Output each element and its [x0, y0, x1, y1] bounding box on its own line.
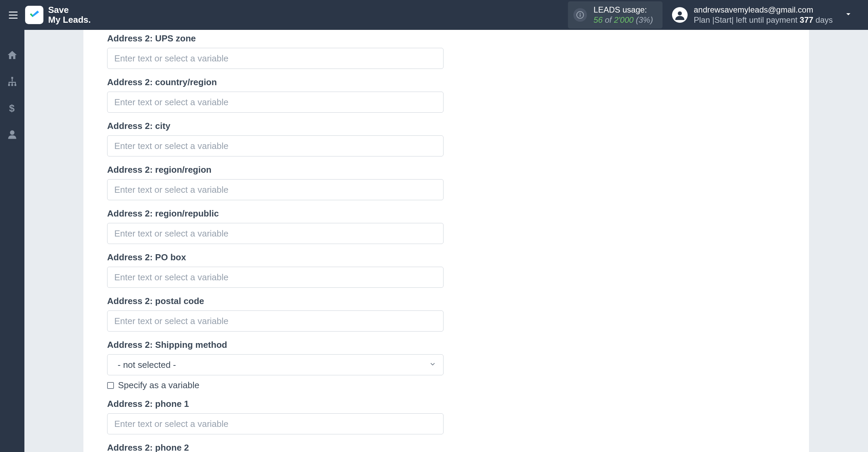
form-label: Address 2: region/region	[107, 165, 443, 175]
form-group: Address 2: postal code	[107, 296, 443, 332]
leads-usage-panel[interactable]: LEADS usage: 56 of 2'000 (3%)	[568, 1, 663, 29]
form-label: Address 2: Shipping method	[107, 340, 443, 350]
svg-rect-5	[11, 77, 13, 79]
sidebar-item-home[interactable]	[5, 48, 19, 62]
form-label: Address 2: region/republic	[107, 208, 443, 219]
specify-variable-checkbox[interactable]	[107, 382, 114, 389]
user-email: andrewsavemyleads@gmail.com	[694, 5, 833, 15]
form-group: Address 2: UPS zone	[107, 33, 443, 69]
form-input[interactable]	[107, 310, 443, 332]
form-group: Address 2: region/region	[107, 165, 443, 200]
svg-rect-8	[15, 84, 16, 86]
leads-usage-title: LEADS usage:	[594, 5, 653, 15]
form-input[interactable]	[107, 179, 443, 200]
top-bar: Save My Leads. LEADS usage: 56 of 2'000 …	[0, 0, 868, 30]
leads-usage-values: 56 of 2'000 (3%)	[594, 15, 653, 25]
logo[interactable]: Save My Leads.	[25, 5, 91, 24]
form-label: Address 2: postal code	[107, 296, 443, 306]
svg-text:$: $	[9, 102, 15, 113]
user-box[interactable]: andrewsavemyleads@gmail.com Plan |Start|…	[672, 5, 833, 25]
form-label: Address 2: PO box	[107, 252, 443, 263]
content-panel: Address 2: UPS zoneAddress 2: country/re…	[83, 30, 809, 452]
form-label: Address 2: city	[107, 121, 443, 131]
svg-point-4	[678, 12, 682, 16]
form-group: Address 2: city	[107, 121, 443, 156]
sidebar-item-account[interactable]	[5, 128, 19, 141]
sidebar: $	[0, 30, 24, 452]
checkbox-row: Specify as a variable	[107, 380, 443, 391]
form-input[interactable]	[107, 223, 443, 244]
form-input[interactable]	[107, 267, 443, 288]
sidebar-item-connections[interactable]	[5, 75, 19, 88]
form-label: Address 2: phone 2	[107, 442, 443, 452]
form-select[interactable]: - not selected -	[107, 354, 443, 375]
user-plan-line: Plan |Start| left until payment 377 days	[694, 15, 833, 25]
form-group: Address 2: phone 1	[107, 399, 443, 434]
form-input[interactable]	[107, 92, 443, 113]
logo-text: Save My Leads.	[48, 5, 91, 24]
select-value: - not selected -	[118, 360, 176, 370]
sidebar-item-billing[interactable]: $	[5, 101, 19, 115]
form-input[interactable]	[107, 48, 443, 69]
form-label: Address 2: country/region	[107, 77, 443, 88]
logo-icon	[25, 6, 43, 24]
form-label: Address 2: UPS zone	[107, 33, 443, 44]
form-group: Address 2: phone 2	[107, 442, 443, 452]
svg-rect-2	[579, 14, 580, 17]
checkbox-label: Specify as a variable	[118, 380, 199, 391]
svg-point-1	[579, 13, 580, 14]
svg-rect-6	[8, 84, 10, 86]
form-group: Address 2: region/republic	[107, 208, 443, 244]
svg-rect-7	[11, 84, 13, 86]
avatar-icon	[672, 7, 688, 23]
form-group: Address 2: PO box	[107, 252, 443, 288]
svg-point-10	[10, 130, 14, 135]
form-input[interactable]	[107, 135, 443, 156]
form-label: Address 2: phone 1	[107, 399, 443, 409]
chevron-down-icon	[429, 360, 436, 370]
user-menu-chevron-down-icon[interactable]	[842, 7, 854, 23]
form-input[interactable]	[107, 413, 443, 434]
info-icon	[573, 8, 587, 22]
hamburger-menu-button[interactable]	[5, 8, 21, 22]
form-group: Address 2: Shipping method- not selected…	[107, 340, 443, 391]
form-group: Address 2: country/region	[107, 77, 443, 113]
main-area: Address 2: UPS zoneAddress 2: country/re…	[24, 30, 868, 452]
